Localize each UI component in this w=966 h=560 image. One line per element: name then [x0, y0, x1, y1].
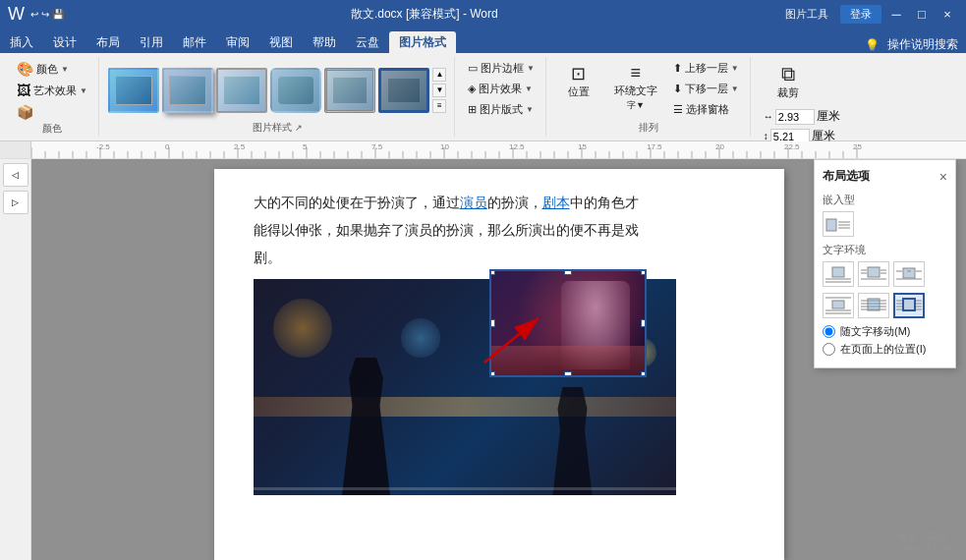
text-line-2: 能得以伸张，如果抛弃了演员的扮演，那么所演出的便不再是戏 — [254, 222, 639, 238]
ribbon: 🎨 颜色▼ 🖼 艺术效果▼ 📦 颜色 — [0, 53, 966, 141]
sel-handle-mr[interactable] — [641, 319, 647, 327]
bring-forward-button[interactable]: ⬆ 上移一层 ▼ — [668, 59, 744, 78]
tools-label: 图片工具 — [785, 7, 828, 22]
wrap-front-svg — [895, 296, 923, 315]
panel-close-button[interactable]: × — [939, 169, 947, 185]
wrap-top-bottom-icon[interactable] — [823, 293, 854, 318]
wrap-square-icon[interactable] — [823, 261, 854, 287]
text-line-3: 剧。 — [254, 250, 281, 265]
sel-handle-ml[interactable] — [489, 319, 495, 327]
svg-text:17.5: 17.5 — [647, 142, 662, 151]
wrap-thru-svg — [895, 264, 923, 284]
svg-text:12.5: 12.5 — [509, 142, 525, 151]
arrange-col3: ⬆ 上移一层 ▼ ⬇ 下移一层 ▼ ☰ 选择窗格 — [668, 59, 744, 119]
close-button[interactable]: × — [937, 4, 958, 24]
tab-view[interactable]: 视图 — [259, 31, 303, 53]
style-scroll-down[interactable]: ▼ — [432, 84, 446, 97]
art-effect-button[interactable]: 🖼 艺术效果▼ — [12, 81, 92, 100]
tab-review[interactable]: 审阅 — [216, 31, 259, 53]
sel-handle-bm[interactable] — [564, 371, 572, 377]
wrap-behind-icon[interactable] — [858, 293, 889, 318]
wrap-tb-svg — [824, 296, 852, 315]
wrap-text-button[interactable]: ≡ 环绕文字字▼ — [606, 59, 665, 116]
color-group-content: 🎨 颜色▼ 🖼 艺术效果▼ 📦 — [12, 59, 92, 122]
pic-style-5[interactable] — [324, 68, 375, 113]
svg-text:10: 10 — [440, 142, 449, 151]
tab-mailings[interactable]: 邮件 — [173, 31, 216, 53]
style-scroll: ▲ ▼ ≡ — [432, 68, 446, 113]
minimize-button[interactable]: ─ — [885, 4, 907, 24]
pic-style-1[interactable] — [108, 68, 159, 113]
sel-handle-bl[interactable] — [489, 371, 495, 377]
tab-layout[interactable]: 布局 — [86, 31, 130, 53]
indent-right-button[interactable]: ▷ — [3, 191, 28, 214]
svg-text:0: 0 — [165, 142, 170, 151]
wrap-row-2 — [823, 293, 947, 318]
compress-button[interactable]: 📦 — [12, 102, 92, 122]
layout-label: 图片版式 — [480, 102, 523, 117]
radio-row-1: 随文字移动(M) — [823, 324, 947, 339]
svg-text:25: 25 — [853, 142, 862, 151]
effect-label: 图片效果 — [479, 82, 522, 96]
style-scroll-up[interactable]: ▲ — [432, 68, 446, 82]
doc-paragraph-2: 能得以伸张，如果抛弃了演员的扮演，那么所演出的便不再是戏 — [254, 216, 745, 244]
quick-access: ↩ ↪ 💾 — [30, 9, 64, 20]
float-image[interactable]: ↻ — [489, 269, 647, 377]
sel-handle-br[interactable] — [641, 371, 647, 377]
doc-paragraph-3: 剧。 — [254, 244, 745, 271]
selection-pane-button[interactable]: ☰ 选择窗格 — [668, 100, 744, 119]
ribbon-group-size: ⧉ 裁剪 ↔ 厘米 ↕ 厘米 大小 ↗ — [753, 57, 851, 137]
script-link[interactable]: 剧本 — [542, 195, 570, 210]
wrap-tight-icon[interactable] — [858, 261, 889, 287]
position-button[interactable]: ⊡ 位置 — [554, 59, 603, 103]
indent-left-button[interactable]: ◁ — [3, 163, 28, 187]
radio-move-with-text[interactable] — [823, 325, 835, 338]
radio-row-2: 在页面上的位置(I) — [823, 342, 947, 357]
person-silhouette-1 — [332, 358, 401, 495]
wrap-through-icon[interactable] — [893, 261, 925, 287]
tab-help[interactable]: 帮助 — [303, 31, 346, 53]
picture-effect-button[interactable]: ◈ 图片效果 ▼ — [463, 80, 538, 98]
pic-style-2[interactable] — [162, 68, 213, 113]
tab-picture-format[interactable]: 图片格式 — [389, 31, 456, 53]
tab-design[interactable]: 设计 — [43, 31, 86, 53]
color-button[interactable]: 🎨 颜色▼ — [12, 59, 92, 79]
pic-style-6[interactable] — [378, 68, 429, 113]
forward-label: 上移一层 — [685, 61, 728, 76]
pic-style-3[interactable] — [216, 68, 267, 113]
bokeh-1 — [273, 299, 332, 358]
crop-button[interactable]: ⧉ 裁剪 — [764, 59, 813, 104]
text-after-link: 中的角色才 — [570, 195, 639, 210]
left-panel: ◁ ▷ — [0, 159, 31, 560]
embed-inline-icon[interactable] — [823, 211, 854, 237]
actor-link[interactable]: 演员 — [460, 195, 487, 210]
maximize-button[interactable]: □ — [911, 4, 933, 24]
send-back-button[interactable]: ⬇ 下移一层 ▼ — [668, 80, 744, 98]
picture-layout-button[interactable]: ⊞ 图片版式 ▼ — [463, 100, 539, 119]
dimension-inputs: ↔ 厘米 ↕ 厘米 — [764, 108, 840, 144]
width-input[interactable] — [775, 109, 815, 125]
tab-insert[interactable]: 插入 — [0, 31, 43, 53]
tab-references[interactable]: 引用 — [130, 31, 173, 53]
search-label[interactable]: 操作说明搜索 — [887, 36, 958, 53]
login-button[interactable]: 登录 — [840, 5, 881, 24]
svg-rect-80 — [832, 267, 844, 277]
pic-style-4[interactable] — [270, 68, 321, 113]
sel-handle-tr[interactable] — [641, 269, 647, 275]
arrange-col2: ≡ 环绕文字字▼ — [606, 59, 665, 116]
wrap-label: 环绕文字字▼ — [614, 84, 657, 112]
doc-paragraph-1: 大的不同的处便在于扮演了，通过演员的扮演，剧本中的角色才 — [254, 189, 745, 216]
layout-icon: ⊞ — [468, 103, 477, 116]
style-more[interactable]: ≡ — [432, 99, 446, 113]
sel-handle-tl[interactable] — [489, 269, 495, 275]
tab-cloud[interactable]: 云盘 — [346, 31, 389, 53]
ribbon-tabs-row: 插入 设计 布局 引用 邮件 审阅 视图 帮助 云盘 图片格式 💡 操作说明搜索 — [0, 28, 966, 53]
back-icon: ⬇ — [673, 83, 682, 95]
wrap-front-icon[interactable] — [893, 293, 925, 318]
border-icon: ▭ — [468, 62, 478, 75]
arrange-content: ⊡ 位置 ≡ 环绕文字字▼ ⬆ 上移一层 ▼ ⬇ 下移一层 — [554, 59, 744, 121]
sel-handle-tm[interactable] — [564, 269, 572, 275]
radio-fixed-position[interactable] — [823, 343, 835, 356]
picture-border-button[interactable]: ▭ 图片边框 ▼ — [463, 59, 540, 78]
doc-image-container: ↻ — [254, 279, 676, 495]
